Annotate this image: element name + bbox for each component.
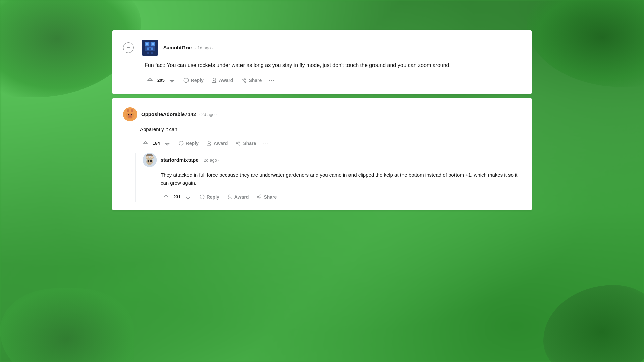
svg-rect-6 xyxy=(147,47,153,48)
svg-point-35 xyxy=(239,144,240,145)
comment-actions-1: 205 Reply Award xyxy=(145,75,521,86)
nested-body-2: They attacked in full force because they… xyxy=(161,171,521,187)
comment-body-1: Fun fact: You can use rockets under wate… xyxy=(145,61,521,70)
svg-rect-11 xyxy=(147,52,149,54)
svg-point-46 xyxy=(148,160,149,162)
nested-header-2: starlordmixtape · 2d ago · xyxy=(143,153,521,167)
svg-point-30 xyxy=(128,114,132,116)
vote-section-3: 231 xyxy=(161,192,194,202)
upvote-button-1[interactable] xyxy=(145,75,155,86)
svg-line-56 xyxy=(259,197,260,198)
vote-count-1: 205 xyxy=(156,78,166,83)
timestamp-2: · 2d ago · xyxy=(199,112,217,117)
nested-header-1: OppositeAdorable7142 · 2d ago · xyxy=(123,107,521,121)
svg-point-24 xyxy=(127,109,129,112)
reply-button-1[interactable]: Reply xyxy=(180,76,207,85)
nested-actions-2: 231 Reply xyxy=(161,192,521,202)
svg-point-15 xyxy=(245,78,246,79)
timestamp-1: · 1d ago · xyxy=(195,45,213,50)
downvote-button-1[interactable] xyxy=(167,75,177,86)
comment-card-2: OppositeAdorable7142 · 2d ago · Apparent… xyxy=(112,98,532,210)
collapse-button-1[interactable]: − xyxy=(123,42,134,53)
svg-line-37 xyxy=(238,142,239,143)
more-button-2[interactable]: ··· xyxy=(261,138,271,149)
vote-section-1: 205 xyxy=(145,75,177,86)
svg-rect-9 xyxy=(148,50,152,51)
nested-actions-1: 184 Reply xyxy=(140,138,521,149)
reply-button-3[interactable]: Reply xyxy=(196,192,223,202)
svg-line-18 xyxy=(243,81,245,82)
comment-header-1: − xyxy=(123,40,521,56)
nested-comment-2: starlordmixtape · 2d ago · They attacked… xyxy=(135,153,521,202)
svg-point-33 xyxy=(239,141,240,142)
award-button-2[interactable]: Award xyxy=(203,139,231,148)
svg-rect-45 xyxy=(147,154,152,156)
svg-line-57 xyxy=(259,196,260,196)
share-button-1[interactable]: Share xyxy=(238,76,265,85)
svg-rect-8 xyxy=(151,48,153,50)
svg-point-53 xyxy=(260,195,261,196)
username-3: starlordmixtape xyxy=(161,157,199,163)
avatar-samohtgnir xyxy=(142,40,158,56)
avatar-opposite xyxy=(123,107,137,121)
nested-comment-1: OppositeAdorable7142 · 2d ago · Apparent… xyxy=(123,107,521,149)
username-2: OppositeAdorable7142 xyxy=(141,111,196,117)
comments-container: − xyxy=(112,30,532,215)
svg-rect-7 xyxy=(147,48,149,50)
svg-point-31 xyxy=(179,141,183,145)
more-button-1[interactable]: ··· xyxy=(266,75,277,86)
vote-count-3: 231 xyxy=(172,194,182,199)
upvote-button-2[interactable] xyxy=(140,138,151,149)
svg-rect-5 xyxy=(152,43,154,45)
username-1: SamohtGnir xyxy=(163,45,192,50)
avatar-starlord xyxy=(143,153,157,167)
vote-section-2: 184 xyxy=(140,138,173,149)
svg-point-34 xyxy=(236,143,238,144)
downvote-button-2[interactable] xyxy=(162,138,173,149)
svg-rect-12 xyxy=(151,52,153,54)
svg-point-14 xyxy=(213,78,216,81)
svg-point-43 xyxy=(151,156,153,158)
svg-point-13 xyxy=(184,78,188,82)
svg-line-19 xyxy=(243,79,245,80)
svg-point-49 xyxy=(149,162,151,163)
svg-line-36 xyxy=(238,144,239,144)
vote-count-2: 184 xyxy=(151,141,161,146)
svg-point-42 xyxy=(146,156,148,158)
svg-point-47 xyxy=(150,160,152,162)
comment-card-1: − xyxy=(112,30,532,94)
svg-point-25 xyxy=(131,109,133,112)
svg-point-52 xyxy=(229,195,231,197)
svg-point-51 xyxy=(200,195,204,199)
award-button-3[interactable]: Award xyxy=(224,192,252,202)
svg-point-54 xyxy=(257,196,259,198)
svg-point-55 xyxy=(260,198,261,199)
more-button-3[interactable]: ··· xyxy=(281,192,292,202)
svg-point-16 xyxy=(242,80,243,81)
downvote-button-3[interactable] xyxy=(183,192,194,202)
nested-body-1: Apparently it can. xyxy=(140,125,521,133)
svg-point-32 xyxy=(208,141,211,144)
award-button-1[interactable]: Award xyxy=(208,76,237,85)
svg-rect-4 xyxy=(146,43,148,45)
reply-button-2[interactable]: Reply xyxy=(175,139,202,148)
share-button-3[interactable]: Share xyxy=(253,192,280,202)
share-button-2[interactable]: Share xyxy=(232,139,259,148)
upvote-button-3[interactable] xyxy=(161,192,171,202)
svg-point-17 xyxy=(245,81,246,82)
timestamp-3: · 2d ago · xyxy=(201,158,219,163)
